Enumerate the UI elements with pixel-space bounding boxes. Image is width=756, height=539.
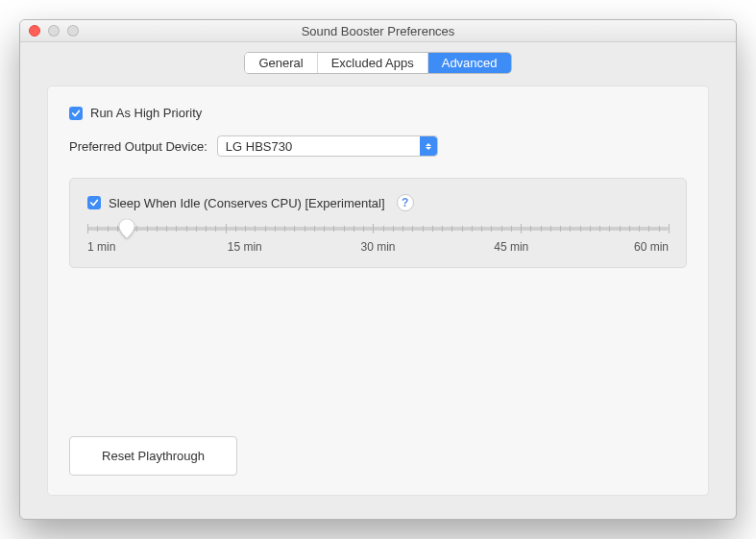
close-icon[interactable]: [29, 25, 40, 37]
tab-excluded-apps[interactable]: Excluded Apps: [318, 53, 428, 73]
tab-segment: General Excluded Apps Advanced: [244, 52, 511, 74]
minimize-icon[interactable]: [48, 25, 60, 37]
reset-playthrough-button[interactable]: Reset Playthrough: [69, 436, 237, 476]
tab-general[interactable]: General: [245, 53, 317, 73]
advanced-panel: Run As High Priority Preferred Output De…: [47, 86, 709, 496]
output-device-select[interactable]: LG HBS730: [217, 135, 438, 157]
tick-label: 1 min: [87, 240, 135, 254]
high-priority-row: Run As High Priority: [69, 106, 687, 120]
checkmark-icon: [71, 109, 81, 118]
maximize-icon[interactable]: [67, 25, 79, 37]
traffic-lights: [20, 25, 79, 37]
tick-label: 60 min: [621, 240, 669, 254]
sleep-header: Sleep When Idle (Conserves CPU) [Experim…: [87, 194, 669, 211]
slider-ticks: [87, 224, 669, 233]
help-icon[interactable]: ?: [397, 194, 414, 211]
high-priority-label: Run As High Priority: [90, 106, 202, 120]
output-device-value: LG HBS730: [226, 139, 292, 154]
sleep-slider[interactable]: 1 min 15 min 30 min 45 min 60 min: [87, 227, 669, 254]
tick-label: 45 min: [487, 240, 535, 254]
tab-advanced[interactable]: Advanced: [428, 53, 511, 73]
output-device-label: Preferred Output Device:: [69, 139, 207, 154]
high-priority-checkbox[interactable]: [69, 107, 83, 120]
window-title: Sound Booster Preferences: [20, 24, 736, 38]
tab-bar: General Excluded Apps Advanced: [20, 42, 736, 86]
sleep-box: Sleep When Idle (Conserves CPU) [Experim…: [69, 178, 687, 268]
titlebar: Sound Booster Preferences: [20, 20, 736, 42]
chevron-updown-icon: [420, 136, 437, 156]
output-device-row: Preferred Output Device: LG HBS730: [69, 135, 687, 157]
tick-label: 30 min: [354, 240, 402, 254]
slider-labels: 1 min 15 min 30 min 45 min 60 min: [87, 240, 669, 254]
sleep-checkbox[interactable]: [87, 196, 101, 209]
slider-track: [87, 227, 669, 231]
sleep-label: Sleep When Idle (Conserves CPU) [Experim…: [109, 196, 385, 210]
preferences-window: Sound Booster Preferences General Exclud…: [19, 19, 737, 520]
tick-label: 15 min: [221, 240, 269, 254]
checkmark-icon: [89, 198, 99, 208]
